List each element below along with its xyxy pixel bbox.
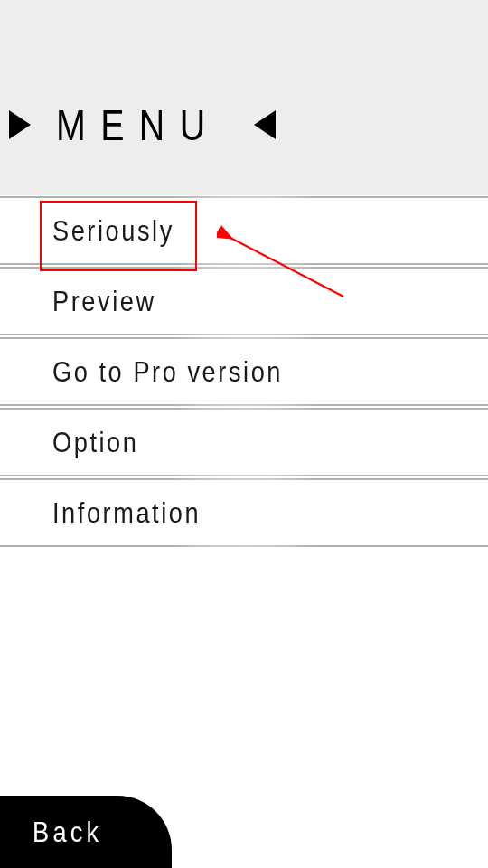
menu-title-wrap: MENU: [9, 100, 276, 150]
back-button[interactable]: Back: [0, 796, 172, 868]
menu-item-option[interactable]: Option: [0, 407, 488, 477]
menu-title: MENU: [56, 100, 220, 150]
menu-item-label: Information: [52, 496, 201, 530]
menu-item-label: Seriously: [52, 214, 174, 248]
menu-item-label: Option: [52, 426, 138, 459]
menu-item-preview[interactable]: Preview: [0, 266, 488, 336]
triangle-left-icon: [254, 110, 276, 139]
menu-item-label: Preview: [52, 285, 156, 318]
menu-list: Seriously Preview Go to Pro version Opti…: [0, 195, 488, 548]
menu-header: MENU: [0, 0, 488, 195]
triangle-right-icon: [9, 110, 31, 139]
menu-item-go-to-pro[interactable]: Go to Pro version: [0, 336, 488, 407]
menu-item-information[interactable]: Information: [0, 477, 488, 548]
menu-item-seriously[interactable]: Seriously: [0, 195, 488, 266]
menu-item-label: Go to Pro version: [52, 355, 283, 389]
back-button-label: Back: [33, 816, 102, 849]
